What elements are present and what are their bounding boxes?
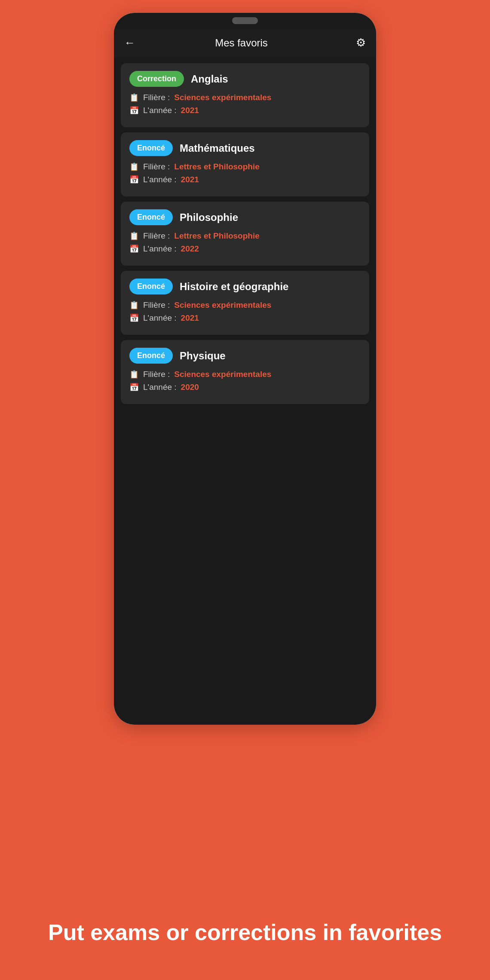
favorite-card-0[interactable]: Correction Anglais 📋 Filière : Sciences …	[121, 63, 369, 127]
badge-enonce-1: Enoncé	[129, 140, 173, 156]
book-icon-2: 📋	[129, 231, 139, 241]
annee-label-3: L'année :	[143, 313, 177, 323]
annee-row-3: 📅 L'année : 2021	[129, 313, 361, 323]
app-header: ← Mes favoris ⚙	[114, 28, 376, 57]
back-button[interactable]: ←	[124, 36, 135, 49]
phone-notch	[232, 17, 258, 24]
card-title-2: Philosophie	[180, 211, 238, 224]
badge-enonce-2: Enoncé	[129, 209, 173, 225]
favorite-card-3[interactable]: Enoncé Histoire et géographie 📋 Filière …	[121, 271, 369, 335]
filiere-label-1: Filière :	[143, 162, 170, 172]
filiere-value-1: Lettres et Philosophie	[174, 162, 259, 172]
phone-frame: ← Mes favoris ⚙ Correction Anglais 📋 Fil…	[114, 13, 376, 725]
calendar-icon-4: 📅	[129, 383, 139, 392]
filiere-label-4: Filière :	[143, 370, 170, 379]
phone-notch-bar	[114, 13, 376, 28]
favorite-card-4[interactable]: Enoncé Physique 📋 Filière : Sciences exp…	[121, 340, 369, 404]
screen: ← Mes favoris ⚙ Correction Anglais 📋 Fil…	[114, 28, 376, 725]
annee-value-0: 2021	[181, 106, 199, 115]
settings-icon[interactable]: ⚙	[356, 36, 366, 49]
favorite-card-2[interactable]: Enoncé Philosophie 📋 Filière : Lettres e…	[121, 202, 369, 266]
book-icon-3: 📋	[129, 300, 139, 310]
calendar-icon-1: 📅	[129, 175, 139, 184]
cards-list: Correction Anglais 📋 Filière : Sciences …	[114, 57, 376, 410]
filiere-label-3: Filière :	[143, 300, 170, 310]
badge-enonce-3: Enoncé	[129, 279, 173, 294]
annee-value-3: 2021	[181, 313, 199, 323]
filiere-row-3: 📋 Filière : Sciences expérimentales	[129, 300, 361, 310]
card-title-1: Mathématiques	[180, 142, 255, 154]
badge-enonce-4: Enoncé	[129, 348, 173, 364]
card-top-row-4: Enoncé Physique	[129, 348, 361, 364]
filiere-value-3: Sciences expérimentales	[174, 300, 271, 310]
bottom-tagline-text: Put exams or corrections in favorites	[48, 919, 442, 946]
filiere-value-4: Sciences expérimentales	[174, 370, 271, 379]
card-title-4: Physique	[180, 350, 226, 362]
favorite-card-1[interactable]: Enoncé Mathématiques 📋 Filière : Lettres…	[121, 132, 369, 196]
card-top-row-2: Enoncé Philosophie	[129, 209, 361, 225]
book-icon-4: 📋	[129, 370, 139, 379]
calendar-icon-0: 📅	[129, 106, 139, 115]
filiere-row-0: 📋 Filière : Sciences expérimentales	[129, 93, 361, 102]
annee-label-2: L'année :	[143, 244, 177, 254]
filiere-row-4: 📋 Filière : Sciences expérimentales	[129, 370, 361, 379]
bottom-tagline-area: Put exams or corrections in favorites	[14, 725, 476, 980]
annee-row-2: 📅 L'année : 2022	[129, 244, 361, 254]
card-top-row-1: Enoncé Mathématiques	[129, 140, 361, 156]
annee-row-4: 📅 L'année : 2020	[129, 383, 361, 392]
annee-label-1: L'année :	[143, 175, 177, 184]
filiere-row-2: 📋 Filière : Lettres et Philosophie	[129, 231, 361, 241]
header-title: Mes favoris	[144, 37, 339, 49]
calendar-icon-2: 📅	[129, 244, 139, 254]
filiere-value-2: Lettres et Philosophie	[174, 231, 259, 241]
filiere-value-0: Sciences expérimentales	[174, 93, 271, 102]
filiere-row-1: 📋 Filière : Lettres et Philosophie	[129, 162, 361, 172]
book-icon-1: 📋	[129, 162, 139, 172]
annee-label-0: L'année :	[143, 106, 177, 115]
card-top-row-3: Enoncé Histoire et géographie	[129, 279, 361, 294]
card-title-3: Histoire et géographie	[180, 281, 288, 293]
annee-value-4: 2020	[181, 383, 199, 392]
badge-correction-0: Correction	[129, 71, 184, 87]
annee-value-2: 2022	[181, 244, 199, 254]
calendar-icon-3: 📅	[129, 313, 139, 323]
card-top-row-0: Correction Anglais	[129, 71, 361, 87]
annee-value-1: 2021	[181, 175, 199, 184]
card-title-0: Anglais	[191, 73, 228, 85]
annee-label-4: L'année :	[143, 383, 177, 392]
filiere-label-0: Filière :	[143, 93, 170, 102]
annee-row-0: 📅 L'année : 2021	[129, 106, 361, 115]
book-icon-0: 📋	[129, 93, 139, 102]
filiere-label-2: Filière :	[143, 231, 170, 241]
annee-row-1: 📅 L'année : 2021	[129, 175, 361, 184]
